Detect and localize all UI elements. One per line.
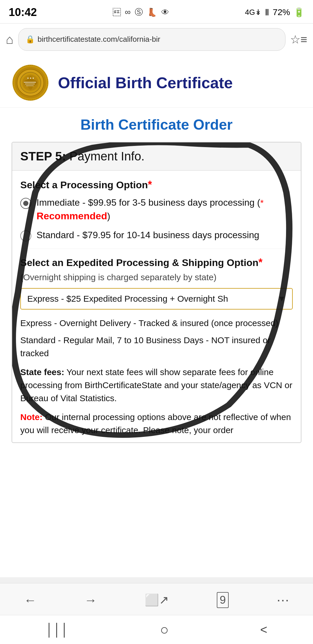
forward-icon: → (84, 593, 97, 607)
pages-button[interactable]: 9 (217, 592, 229, 608)
share-icon: ⬜↗ (145, 593, 169, 607)
note-body: Our internal processing options above ar… (20, 412, 291, 435)
step-number: STEP 5: (20, 149, 66, 163)
bookmark-menu-button[interactable]: ☆≡ (290, 33, 307, 46)
status-right: 4G↡ Ⅱ 72% 🔋 (245, 7, 304, 17)
status-time: 10:42 (9, 6, 37, 19)
radio-option-standard[interactable]: Standard - $79.95 for 10-14 business day… (20, 229, 293, 242)
recommended-label: Recommended (37, 210, 107, 221)
network-icon: 4G↡ (245, 8, 261, 17)
svg-rect-11 (26, 85, 34, 86)
signal-bars: Ⅱ (265, 7, 269, 17)
step-body: Select a Processing Option* Immediate - … (12, 171, 301, 442)
expedited-label: Select an Expedited Processing & Shippin… (20, 256, 293, 269)
shipping-info-1: Express - Overnight Delivery - Tracked &… (20, 316, 293, 330)
url-text[interactable]: birthcertificatestate.com/california-bir (38, 35, 278, 44)
step-title: STEP 5: Payment Info. (20, 149, 293, 163)
step-title-text: Payment Info. (66, 149, 145, 163)
android-back-button[interactable]: < (260, 623, 267, 637)
more-button[interactable]: ⋯ (276, 593, 289, 607)
status-icons:  ∞ Ⓢ 👢 👁 (113, 7, 169, 18)
shipping-note: (Overnight shipping is charged separatel… (20, 272, 293, 282)
pages-icon: 9 (217, 592, 229, 608)
android-recent-button[interactable]: │││ (46, 623, 69, 637)
state-fees-label: State fees: (20, 367, 64, 377)
status-bar: 10:42  ∞ Ⓢ 👢 👁 4G↡ Ⅱ 72% 🔋 (0, 0, 313, 23)
radio-immediate-text: Immediate - $99.95 for 3-5 business days… (37, 196, 293, 223)
battery-text: 72% (273, 7, 290, 17)
dropdown-arrow-icon: ▼ (278, 294, 286, 303)
shipping-select-text: Express - $25 Expedited Processing + Ove… (27, 294, 275, 304)
site-header: ★ ★ ★ Official Birth Certificate (0, 55, 313, 108)
radio-standard-text: Standard - $79.95 for 10-14 business day… (37, 229, 259, 242)
share-button[interactable]: ⬜↗ (145, 593, 169, 607)
state-fees-section: State fees: Your next state fees will sh… (20, 366, 293, 405)
lock-icon: 🔒 (26, 35, 35, 44)
section-divider (20, 249, 293, 249)
radio-immediate[interactable] (20, 198, 31, 209)
skype-icon: Ⓢ (135, 7, 143, 18)
page-title: Birth Certificate Order (12, 116, 301, 133)
note-text: Note: Our internal processing options ab… (20, 410, 293, 437)
shipping-select[interactable]: Express - $25 Expedited Processing + Ove… (20, 288, 293, 310)
required-star-processing: * (148, 179, 152, 191)
back-icon: ← (24, 593, 37, 607)
bottom-nav: ← → ⬜↗ 9 ⋯ (0, 583, 313, 615)
state-fees-text: State fees: Your next state fees will sh… (20, 366, 293, 405)
pages-count: 9 (220, 594, 226, 606)
camera-icon: 👁 (161, 8, 169, 17)
svg-text:★ ★ ★: ★ ★ ★ (27, 77, 34, 79)
moon-icon: 👢 (147, 8, 157, 17)
processing-section-label: Select a Processing Option* (20, 179, 293, 191)
note-label: Note: (20, 412, 43, 422)
status-icon-2: ∞ (125, 8, 131, 17)
official-seal: ★ ★ ★ (12, 64, 49, 102)
url-bar[interactable]: 🔒 birthcertificatestate.com/california-b… (18, 28, 285, 51)
home-button[interactable]: ⌂ (6, 32, 14, 47)
battery-icon: 🔋 (294, 7, 304, 17)
facebook-icon:  (113, 8, 121, 17)
more-icon: ⋯ (276, 593, 289, 607)
site-title: Official Birth Certificate (58, 74, 233, 92)
page-content: ★ ★ ★ Official Birth Certificate Birth C… (0, 55, 313, 577)
svg-rect-9 (24, 82, 36, 83)
required-star-expedited: * (259, 256, 263, 268)
shipping-info-2: Standard - Regular Mail, 7 to 10 Busines… (20, 334, 293, 360)
radio-standard[interactable] (20, 230, 31, 241)
forward-button[interactable]: → (84, 593, 97, 607)
radio-option-immediate[interactable]: Immediate - $99.95 for 3-5 business days… (20, 196, 293, 223)
back-button[interactable]: ← (24, 593, 37, 607)
main-content: Birth Certificate Order STEP 5: Payment … (0, 108, 313, 452)
android-home-button[interactable]: ○ (160, 621, 169, 638)
note-section: Note: Our internal processing options ab… (20, 410, 293, 437)
step-box: STEP 5: Payment Info. Select a Processin… (12, 142, 301, 443)
browser-chrome: ⌂ 🔒 birthcertificatestate.com/california… (0, 23, 313, 55)
svg-rect-10 (25, 84, 35, 84)
android-nav: │││ ○ < (0, 615, 313, 644)
step-header: STEP 5: Payment Info. (12, 142, 301, 171)
